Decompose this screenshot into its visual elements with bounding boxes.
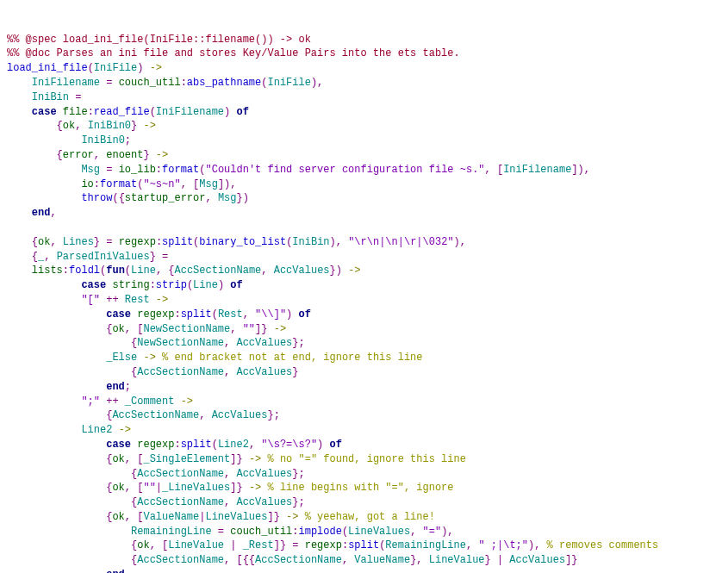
var: _LineValues <box>162 482 230 494</box>
call: implode <box>298 526 341 538</box>
var: Rest <box>125 294 150 306</box>
var: AccValues <box>509 554 565 566</box>
string: "Couldn't find server configuration file… <box>205 164 484 176</box>
mod: regexp <box>137 308 174 321</box>
mod: string <box>112 279 149 291</box>
call: abs_pathname <box>187 77 261 89</box>
var: AccValues <box>236 496 292 508</box>
mod: lists <box>32 265 63 277</box>
call: foldl <box>69 265 100 277</box>
call: binary_to_list <box>199 236 286 248</box>
var: Msg <box>218 192 237 204</box>
comment: % removes comments <box>547 539 659 551</box>
kw-fun: fun <box>106 265 125 277</box>
call: throw <box>81 192 112 204</box>
arrow: -> <box>181 395 193 408</box>
kw-of: of <box>330 439 342 451</box>
var: ValueName <box>354 554 410 566</box>
atom: ok <box>112 323 124 335</box>
string: ";" <box>81 395 100 408</box>
arrow: -> <box>286 511 298 523</box>
kw-of: of <box>236 106 248 118</box>
op: ++ <box>106 294 118 306</box>
comment: % end bracket not at end, ignore this li… <box>162 352 422 364</box>
call: format <box>100 178 137 190</box>
kw-end: end <box>106 381 125 393</box>
string: "\r\n|\n|\r|\032" <box>348 236 453 248</box>
atom: ok <box>38 236 50 248</box>
var: AccValues <box>236 468 292 480</box>
code-block: %% @spec load_ini_file(IniFile::filename… <box>7 33 721 573</box>
var: IniFile <box>267 77 310 89</box>
var: Line2 <box>81 424 112 436</box>
comment: % line begins with "=", ignore <box>267 482 453 494</box>
kw-case: case <box>32 106 57 118</box>
atom: startup_error <box>125 192 206 204</box>
call: read_file <box>94 106 150 118</box>
string: "\s?=\s?" <box>261 439 317 451</box>
comment-doc: %% @doc Parses an ini file and stores Ke… <box>7 47 460 59</box>
var: AccSectionName <box>255 554 342 566</box>
call: strip <box>156 279 187 291</box>
arrow: -> <box>249 482 261 494</box>
var: IniFilename <box>32 77 100 89</box>
var: Rest <box>218 308 243 321</box>
var: Lines <box>63 236 94 248</box>
atom: error <box>63 149 94 161</box>
var: IniFilename <box>503 164 571 176</box>
arg: IniFile <box>94 62 137 74</box>
var: Line2 <box>218 439 249 451</box>
mod: couch_util <box>230 526 292 538</box>
kw-case: case <box>106 308 131 321</box>
var: Msg <box>199 178 218 190</box>
string: " ;|\t;" <box>478 539 528 551</box>
var: RemainingLine <box>131 526 212 538</box>
call: split <box>181 439 212 451</box>
var: LineValues <box>205 511 267 523</box>
arrow: -> <box>150 62 162 74</box>
var: _SingleElement <box>143 453 230 465</box>
mod: couch_util <box>119 77 181 89</box>
call: split <box>162 236 193 248</box>
var: LineValue <box>429 554 485 566</box>
var: _Rest <box>243 539 274 551</box>
call: format <box>162 164 199 176</box>
var: AccSectionName <box>137 496 224 508</box>
comment: % no "=" found, ignore this line <box>267 453 465 465</box>
var: IniBin <box>292 236 329 248</box>
var: _Comment <box>125 395 175 408</box>
string: "" <box>143 482 155 494</box>
var: AccValues <box>212 409 268 421</box>
kw-of: of <box>299 308 311 321</box>
arrow: -> <box>119 424 131 436</box>
arrow: -> <box>143 120 155 132</box>
mod: regexp <box>119 236 156 248</box>
arrow: -> <box>348 265 360 277</box>
var: Msg <box>81 164 100 176</box>
kw-end: end <box>32 207 51 219</box>
func-name: load_ini_file <box>7 62 88 74</box>
string: "" <box>243 323 255 335</box>
atom: ok <box>63 120 75 132</box>
mod: io_lib <box>119 164 156 176</box>
var: Line <box>193 279 218 291</box>
var: Line <box>131 265 156 277</box>
var: AccSectionName <box>112 409 199 421</box>
var: ParsedIniValues <box>57 251 150 263</box>
var: RemainingLine <box>385 539 466 551</box>
arrow: -> <box>274 323 286 335</box>
mod: regexp <box>305 539 342 551</box>
var: IniBin <box>32 91 69 103</box>
var: AccSectionName <box>137 554 224 566</box>
comment: % yeehaw, got a line! <box>305 511 435 523</box>
atom: ok <box>112 511 124 523</box>
arrow: -> <box>249 453 261 465</box>
mod: file <box>63 106 88 118</box>
atom: ok <box>112 453 124 465</box>
var: LineValues <box>348 526 410 538</box>
string: "\\]" <box>255 308 286 321</box>
comment-spec: %% @spec load_ini_file(IniFile::filename… <box>7 34 311 46</box>
kw-case: case <box>81 279 106 291</box>
var: IniBin0 <box>88 120 131 132</box>
arrow: -> <box>156 149 168 161</box>
